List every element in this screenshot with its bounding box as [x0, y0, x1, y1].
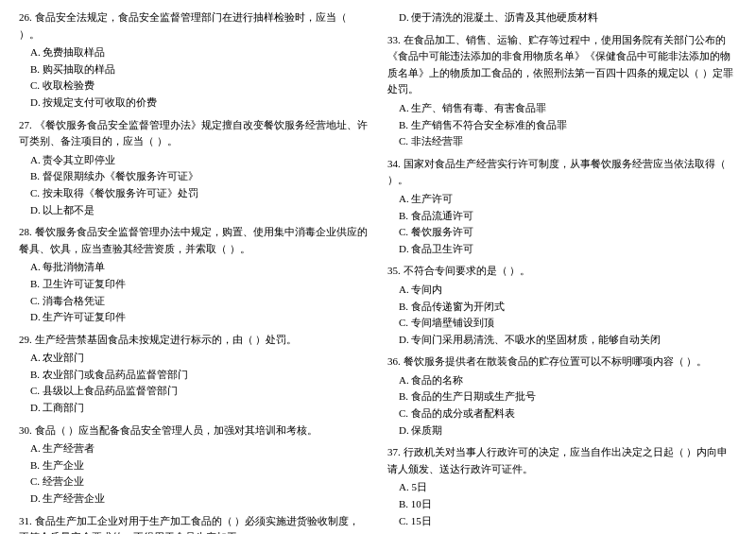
- q27-opt-c: C. 按未取得《餐饮服务许可证》处罚: [30, 185, 369, 202]
- q26-opt-c: C. 收取检验费: [30, 78, 369, 95]
- question-26: 26. 食品安全法规定，食品安全监督管理部门在进行抽样检验时，应当（ ）。 A.…: [19, 9, 369, 112]
- question-33: 33. 在食品加工、销售、运输、贮存等过程中，使用国务院有关部门公布的《食品中可…: [387, 32, 737, 150]
- q28-opt-a: A. 每批消物清单: [30, 259, 369, 276]
- q34-opt-c: C. 餐饮服务许可: [399, 224, 737, 241]
- q30-opt-a: A. 生产经营者: [30, 440, 369, 457]
- q35-opt-b: B. 食品传递窗为开闭式: [399, 299, 737, 316]
- q29-opt-a: A. 农业部门: [30, 350, 369, 367]
- q27-text: 27. 《餐饮服务食品安全监督管理办法》规定擅自改变餐饮服务经营地址、许可类别、…: [19, 117, 369, 150]
- q33-opt-b: B. 生产销售不符合安全标准的食品罪: [399, 117, 737, 134]
- right-column: D. 便于清洗的混凝土、沥青及其他硬质材料 33. 在食品加工、销售、运输、贮存…: [387, 9, 737, 534]
- question-37: 37. 行政机关对当事人行政许可的决定，应当自作出决定之日起（ ）内向申请人颁发…: [387, 444, 737, 529]
- q29-text: 29. 生产经营禁基固食品未按规定进行标示的，由（ ）处罚。: [19, 332, 369, 349]
- q26-opt-a: A. 免费抽取样品: [30, 44, 369, 61]
- q30-opt-b: B. 生产企业: [30, 457, 369, 474]
- q36-opt-d: D. 保质期: [399, 422, 737, 439]
- q28-opt-d: D. 生产许可证复印件: [30, 309, 369, 326]
- q35-opt-a: A. 专间内: [399, 282, 737, 299]
- q30-text: 30. 食品（ ）应当配备食品安全管理人员，加强对其培训和考核。: [19, 422, 369, 439]
- q37-opt-b: B. 10日: [399, 496, 737, 513]
- q33-text: 33. 在食品加工、销售、运输、贮存等过程中，使用国务院有关部门公布的《食品中可…: [387, 32, 737, 98]
- question-35: 35. 不符合专间要求的是（ ）。 A. 专间内 B. 食品传递窗为开闭式 C.…: [387, 263, 737, 348]
- q30-opt-d: D. 生产经营企业: [30, 491, 369, 508]
- q27-opt-b: B. 督促限期续办《餐饮服务许可证》: [30, 168, 369, 185]
- q28-opt-b: B. 卫生许可证复印件: [30, 276, 369, 293]
- q26-opt-d: D. 按规定支付可收取的价费: [30, 95, 369, 112]
- q36-opt-c: C. 食品的成分或者配料表: [399, 405, 737, 422]
- q31-text: 31. 食品生产加工企业对用于生产加工食品的（ ）必须实施进货验收制度，不符合质…: [19, 513, 369, 534]
- q29-opt-c: C. 县级以上食品药品监督管部门: [30, 383, 369, 400]
- q33-opt-a: A. 生产、销售有毒、有害食品罪: [399, 100, 737, 117]
- q35-text: 35. 不符合专间要求的是（ ）。: [387, 263, 737, 280]
- q36-opt-b: B. 食品的生产日期或生产批号: [399, 388, 737, 405]
- q34-opt-d: D. 食品卫生许可: [399, 241, 737, 258]
- left-column: 26. 食品安全法规定，食品安全监督管理部门在进行抽样检验时，应当（ ）。 A.…: [19, 9, 369, 534]
- q35-opt-c: C. 专间墙壁铺设到顶: [399, 315, 737, 332]
- q34-text: 34. 国家对食品生产经营实行许可制度，从事餐饮服务经营应当依法取得（ ）。: [387, 156, 737, 189]
- q37-text: 37. 行政机关对当事人行政许可的决定，应当自作出决定之日起（ ）内向申请人颁发…: [387, 444, 737, 477]
- q37-opt-a: A. 5日: [399, 479, 737, 496]
- question-31: 31. 食品生产加工企业对用于生产加工食品的（ ）必须实施进货验收制度，不符合质…: [19, 513, 369, 534]
- q34-opt-a: A. 生产许可: [399, 191, 737, 208]
- question-36: 36. 餐饮服务提供者在散装食品的贮存位置可以不标明哪项内容（ ）。 A. 食品…: [387, 353, 737, 439]
- question-29: 29. 生产经营禁基固食品未按规定进行标示的，由（ ）处罚。 A. 农业部门 B…: [19, 332, 369, 417]
- q33-opt-c: C. 非法经营罪: [399, 133, 737, 150]
- q26-text: 26. 食品安全法规定，食品安全监督管理部门在进行抽样检验时，应当（ ）。: [19, 9, 369, 43]
- question-27: 27. 《餐饮服务食品安全监督管理办法》规定擅自改变餐饮服务经营地址、许可类别、…: [19, 117, 369, 219]
- question-30: 30. 食品（ ）应当配备食品安全管理人员，加强对其培训和考核。 A. 生产经营…: [19, 422, 369, 508]
- q29-opt-d: D. 工商部门: [30, 400, 369, 417]
- q27-opt-d: D. 以上都不是: [30, 202, 369, 219]
- q26-opt-b: B. 购买抽取的样品: [30, 61, 369, 78]
- q34-opt-b: B. 食品流通许可: [399, 208, 737, 225]
- question-28: 28. 餐饮服务食品安全监督管理办法中规定，购置、使用集中消毒企业供应的餐具、饮…: [19, 224, 369, 326]
- q36-text: 36. 餐饮服务提供者在散装食品的贮存位置可以不标明哪项内容（ ）。: [387, 353, 737, 370]
- page-container: 26. 食品安全法规定，食品安全监督管理部门在进行抽样检验时，应当（ ）。 A.…: [19, 9, 737, 534]
- q28-opt-c: C. 消毒合格凭证: [30, 293, 369, 310]
- q37-opt-c: C. 15日: [399, 513, 737, 530]
- q32-opt-d: D. 便于清洗的混凝土、沥青及其他硬质材料: [399, 9, 737, 26]
- q29-opt-b: B. 农业部门或食品药品监督管部门: [30, 367, 369, 384]
- q27-opt-a: A. 责令其立即停业: [30, 152, 369, 169]
- q35-opt-d: D. 专间门采用易清洗、不吸水的坚固材质，能够自动关闭: [399, 332, 737, 349]
- q28-text: 28. 餐饮服务食品安全监督管理办法中规定，购置、使用集中消毒企业供应的餐具、饮…: [19, 224, 369, 257]
- question-34: 34. 国家对食品生产经营实行许可制度，从事餐饮服务经营应当依法取得（ ）。 A…: [387, 156, 737, 258]
- q32-opt-d-cont: D. 便于清洗的混凝土、沥青及其他硬质材料: [387, 9, 737, 26]
- q30-opt-c: C. 经营企业: [30, 474, 369, 491]
- q36-opt-a: A. 食品的名称: [399, 372, 737, 389]
